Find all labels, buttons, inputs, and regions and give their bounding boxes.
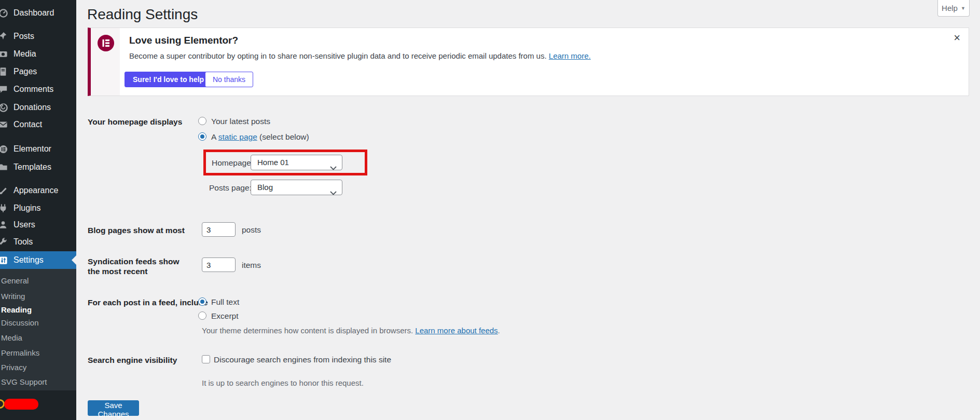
sidebar-item-tools[interactable]: Tools <box>0 233 76 251</box>
learn-more-link[interactable]: Learn more. <box>549 51 591 60</box>
submenu-item-permalinks[interactable]: Permalinks <box>0 347 76 359</box>
blog-pages-label: Blog pages show at most <box>88 225 185 235</box>
sidebar-item-label: Media <box>13 49 36 59</box>
sidebar-item-templates[interactable]: Templates <box>0 158 76 176</box>
syndication-label: Syndication feeds show the most recent <box>88 256 189 276</box>
submenu-item-media[interactable]: Media <box>0 332 76 344</box>
full-text-radio[interactable] <box>198 297 206 306</box>
save-changes-button[interactable]: Save Changes <box>88 400 139 416</box>
no-thanks-button[interactable]: No thanks <box>205 72 253 87</box>
posts-page-select[interactable]: Blog <box>251 180 342 195</box>
banner-body-text: Become a super contributor by opting in … <box>129 51 591 60</box>
camera-icon <box>0 49 9 59</box>
reading-settings-page: Dashboard Posts Media Pages Comments <box>0 0 980 420</box>
submenu-item-reading[interactable]: Reading <box>0 304 76 316</box>
feed-include-label: For each post in a feed, include <box>88 297 208 307</box>
redaction-box <box>4 399 38 410</box>
blog-pages-unit: posts <box>242 225 261 235</box>
sidebar-item-label: Users <box>13 220 35 229</box>
help-dropdown[interactable]: Help ▼ <box>937 0 970 17</box>
sidebar-item-comments[interactable]: Comments <box>0 80 76 98</box>
blog-pages-input[interactable] <box>202 222 236 237</box>
static-page-radio[interactable] <box>198 132 206 141</box>
feed-note-period: . <box>498 326 500 335</box>
search-visibility-label: Search engine visibility <box>88 355 177 365</box>
latest-posts-radio-label[interactable]: Your latest posts <box>211 117 270 126</box>
submenu-item-label: SVG Support <box>1 377 47 386</box>
help-label: Help <box>942 4 958 12</box>
submenu-item-privacy[interactable]: Privacy <box>0 361 76 374</box>
sidebar-item-label: Appearance <box>13 186 58 195</box>
elementor-notice-banner: Love using Elementor? Become a super con… <box>88 28 969 96</box>
submenu-item-label: Privacy <box>1 363 26 372</box>
sidebar-item-settings[interactable]: Settings <box>0 251 76 269</box>
sidebar-item-label: Posts <box>13 32 34 41</box>
plug-icon <box>0 203 9 213</box>
sidebar-item-label: Donations <box>13 103 51 112</box>
pushpin-icon <box>0 31 9 42</box>
posts-page-select-label: Posts page: <box>209 183 252 193</box>
submenu-item-svg-support[interactable]: SVG Support <box>0 376 76 388</box>
submenu-item-label: Permalinks <box>1 348 39 357</box>
posts-page-select-value: Blog <box>257 183 273 192</box>
sidebar-item-dashboard[interactable]: Dashboard <box>0 4 76 22</box>
sidebar-item-label: Tools <box>13 237 33 247</box>
user-icon <box>0 220 9 230</box>
discourage-indexing-label[interactable]: Discourage search engines from indexing … <box>214 355 391 364</box>
submenu-item-general[interactable]: General <box>0 275 76 287</box>
speech-bubble-icon <box>0 84 9 94</box>
submenu-item-label: Reading <box>1 305 32 314</box>
wrench-icon <box>0 237 9 247</box>
sidebar-item-media[interactable]: Media <box>0 45 76 63</box>
full-text-radio-label[interactable]: Full text <box>211 297 239 307</box>
elementor-logo-icon <box>98 35 114 51</box>
sidebar-item-appearance[interactable]: Appearance <box>0 182 76 199</box>
static-suffix: (select below) <box>257 132 309 141</box>
syndication-input[interactable] <box>202 258 236 272</box>
latest-posts-radio[interactable] <box>198 117 206 125</box>
submenu-item-label: Writing <box>1 292 25 301</box>
banner-title: Love using Elementor? <box>129 35 238 46</box>
sidebar-item-label: Dashboard <box>13 8 54 18</box>
sidebar-item-label: Elementor <box>13 144 51 154</box>
chevron-down-icon <box>330 185 337 200</box>
feed-note: Your theme determines how content is dis… <box>202 326 500 335</box>
sidebar-item-elementor[interactable]: Elementor <box>0 140 76 158</box>
close-icon[interactable]: × <box>954 32 960 44</box>
search-visibility-note: It is up to search engines to honor this… <box>202 378 364 387</box>
homepage-select[interactable]: Home 01 <box>251 155 342 170</box>
syndication-unit: items <box>242 261 261 270</box>
paintbrush-icon <box>0 185 9 196</box>
elementor-menu-icon <box>0 144 9 154</box>
admin-sidebar: Dashboard Posts Media Pages Comments <box>0 0 76 420</box>
chevron-down-icon: ▼ <box>961 6 965 11</box>
sidebar-item-plugins[interactable]: Plugins <box>0 199 76 217</box>
submenu-item-label: Media <box>1 333 22 342</box>
sidebar-item-label: Templates <box>13 162 51 172</box>
excerpt-radio-label[interactable]: Excerpt <box>211 311 239 321</box>
learn-more-feeds-link[interactable]: Learn more about feeds <box>415 326 498 335</box>
feed-note-text: Your theme determines how content is dis… <box>202 326 415 335</box>
static-prefix: A <box>211 132 218 141</box>
sidebar-item-label: Comments <box>13 85 53 94</box>
sidebar-item-label: Pages <box>13 67 37 76</box>
homepage-select-label: Homepage: <box>212 158 253 168</box>
opt-in-button[interactable]: Sure! I'd love to help <box>125 72 212 87</box>
sidebar-item-posts[interactable]: Posts <box>0 28 76 45</box>
dashboard-icon <box>0 8 9 18</box>
excerpt-radio[interactable] <box>198 311 206 320</box>
homepage-select-value: Home 01 <box>257 158 289 167</box>
static-page-link[interactable]: static page <box>218 132 257 141</box>
folder-icon <box>0 162 9 172</box>
submenu-item-writing[interactable]: Writing <box>0 290 76 303</box>
static-page-radio-label[interactable]: A static page (select below) <box>211 132 309 142</box>
sidebar-item-contact[interactable]: Contact <box>0 116 76 133</box>
sidebar-item-label: Contact <box>13 120 42 129</box>
sidebar-item-donations[interactable]: Donations <box>0 99 76 116</box>
submenu-item-label: General <box>1 276 29 285</box>
sidebar-item-pages[interactable]: Pages <box>0 63 76 80</box>
sidebar-item-users[interactable]: Users <box>0 216 76 234</box>
discourage-indexing-checkbox[interactable] <box>202 355 210 363</box>
submenu-item-discussion[interactable]: Discussion <box>0 317 76 329</box>
settings-sliders-icon <box>0 255 9 265</box>
